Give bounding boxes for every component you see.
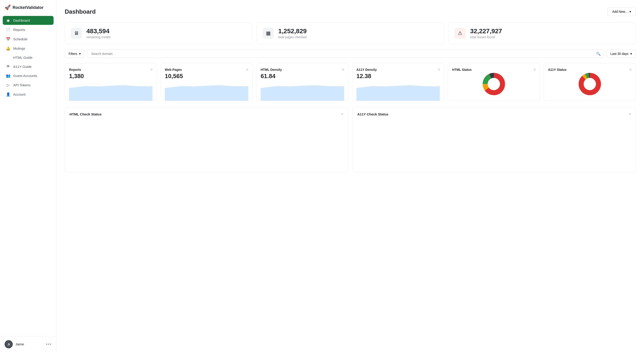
- metric-title-reports: Reports: [69, 68, 81, 71]
- issues-info: 32,227,927 total issues found: [470, 27, 502, 39]
- metric-value-a11y-density: 12.38: [356, 73, 440, 80]
- metric-title-a11y-density: A11Y Density: [356, 68, 377, 71]
- account-icon: 👤: [6, 92, 10, 96]
- metric-header-html-density: HTML Density ≡: [261, 68, 344, 72]
- dashboard-icon: ◉: [6, 18, 10, 22]
- metric-header-web-pages: Web Pages ≡: [165, 68, 248, 72]
- html-check-status-card: HTML Check Status ≡: [65, 107, 348, 172]
- add-new-chevron-icon: ▾: [630, 10, 631, 13]
- metric-menu-icon-reports[interactable]: ≡: [150, 68, 152, 72]
- metric-card-web-pages: Web Pages ≡ 10,565: [160, 63, 252, 101]
- main-content: Dashboard Add New... ▾ 🖥 483,594 remaini…: [56, 0, 644, 352]
- date-range-button[interactable]: Last 30 days ▾: [607, 50, 636, 58]
- pages-icon: ▦: [263, 28, 274, 39]
- logo: 🚀 RocketValidator: [0, 0, 56, 14]
- metric-title-a11y-status: A11Y Status: [548, 68, 566, 71]
- pages-value: 1,252,829: [278, 27, 307, 35]
- metric-card-a11y-density: A11Y Density ≡ 12.38: [352, 63, 444, 101]
- sidebar-item-html-guide[interactable]: HTML Guide: [3, 53, 54, 62]
- metric-header-reports: Reports ≡: [69, 68, 152, 72]
- reports-icon: 📄: [6, 27, 10, 32]
- metric-card-a11y-status: A11Y Status ≡: [544, 63, 636, 101]
- nav-label: A11Y Guide: [13, 65, 32, 68]
- metric-value-reports: 1,380: [69, 73, 152, 80]
- credits-info: 483,594 remaining credits: [86, 27, 111, 39]
- metric-header-a11y-density: A11Y Density ≡: [356, 68, 440, 72]
- sidebar-item-guest-accounts[interactable]: 👥Guest Accounts: [3, 71, 54, 80]
- credits-icon: 🖥: [71, 28, 82, 39]
- api-tokens-icon: ▷: [6, 83, 10, 87]
- issues-value: 32,227,927: [470, 27, 502, 35]
- nav-label: Mutings: [13, 46, 25, 50]
- more-options-icon[interactable]: •••: [46, 342, 52, 347]
- sidebar-item-schedule[interactable]: 📅Schedule: [3, 35, 54, 43]
- metric-title-html-status: HTML Status: [452, 68, 472, 71]
- sidebar-item-mutings[interactable]: 🔔Mutings: [3, 44, 54, 53]
- metric-title-html-density: HTML Density: [261, 68, 282, 71]
- nav-label: Schedule: [13, 37, 28, 41]
- metric-menu-icon-html-status[interactable]: ≡: [534, 68, 536, 72]
- logo-text: RocketValidator: [12, 5, 44, 10]
- filters-chevron-icon: ▾: [79, 52, 81, 55]
- metric-value-html-density: 61.84: [261, 73, 344, 80]
- metric-card-reports: Reports ≡ 1,380: [65, 63, 157, 101]
- nav-label: HTML Guide: [13, 55, 32, 59]
- pages-info: 1,252,829 total pages checked: [278, 27, 307, 39]
- sidebar-item-a11y-guide[interactable]: 👁A11Y Guide: [3, 62, 54, 71]
- metric-chart-a11y-density: [356, 82, 440, 101]
- pages-label: total pages checked: [278, 35, 307, 39]
- main-header: Dashboard Add New... ▾: [65, 7, 636, 16]
- metric-title-web-pages: Web Pages: [165, 68, 182, 71]
- metric-chart-html-density: [261, 82, 344, 101]
- metric-card-html-status: HTML Status ≡: [448, 63, 540, 101]
- svg-point-9: [584, 78, 596, 90]
- add-new-label: Add New...: [612, 10, 628, 13]
- metric-menu-icon-a11y-status[interactable]: ≡: [630, 68, 632, 72]
- nav-label: Account: [13, 92, 26, 96]
- stat-card-pages: ▦ 1,252,829 total pages checked: [256, 22, 444, 44]
- metric-menu-icon-a11y-density[interactable]: ≡: [438, 68, 440, 72]
- metric-header-html-status: HTML Status ≡: [452, 68, 536, 72]
- metric-chart-reports: [69, 82, 152, 101]
- filters-button[interactable]: Filters ▾: [65, 50, 84, 58]
- a11y-chart-menu-icon[interactable]: ≡: [629, 112, 631, 116]
- filters-bar: Filters ▾ 🔍 Last 30 days ▾: [65, 50, 636, 58]
- filters-label: Filters: [68, 52, 77, 55]
- html-chart-header: HTML Check Status ≡: [70, 112, 343, 116]
- a11y-chart-header: A11Y Check Status ≡: [357, 112, 631, 116]
- rocket-icon: 🚀: [4, 4, 11, 10]
- credits-value: 483,594: [86, 27, 111, 35]
- a11y-check-status-card: A11Y Check Status ≡: [352, 107, 636, 172]
- metrics-row: Reports ≡ 1,380 Web Pages ≡ 10,565 HTML …: [65, 63, 636, 101]
- sidebar: 🚀 RocketValidator ◉Dashboard📄Reports📅Sch…: [0, 0, 56, 352]
- credits-label: remaining credits: [86, 35, 111, 39]
- sidebar-item-api-tokens[interactable]: ▷API Tokens: [3, 81, 54, 89]
- search-input[interactable]: [87, 50, 604, 58]
- page-title: Dashboard: [65, 8, 96, 15]
- donut-a11y-status: [548, 73, 632, 95]
- nav-label: API Tokens: [13, 83, 30, 87]
- schedule-icon: 📅: [6, 37, 10, 41]
- user-footer[interactable]: JI Jaime •••: [0, 336, 56, 352]
- metric-value-web-pages: 10,565: [165, 73, 248, 80]
- a11y-chart-title: A11Y Check Status: [357, 112, 388, 116]
- add-new-button[interactable]: Add New... ▾: [607, 7, 636, 16]
- html-bar-chart: [70, 122, 343, 168]
- html-chart-title: HTML Check Status: [70, 112, 102, 116]
- sidebar-item-reports[interactable]: 📄Reports: [3, 25, 54, 34]
- nav-label: Reports: [13, 28, 25, 32]
- sidebar-item-dashboard[interactable]: ◉Dashboard: [3, 16, 54, 25]
- svg-point-4: [488, 78, 500, 90]
- stat-card-issues: ⚠ 32,227,927 total issues found: [448, 22, 636, 44]
- search-box: 🔍: [87, 50, 604, 58]
- metric-menu-icon-html-density[interactable]: ≡: [342, 68, 344, 72]
- search-icon: 🔍: [596, 52, 601, 56]
- stats-row: 🖥 483,594 remaining credits ▦ 1,252,829 …: [65, 22, 636, 44]
- mutings-icon: 🔔: [6, 46, 10, 50]
- sidebar-item-account[interactable]: 👤Account: [3, 90, 54, 99]
- sidebar-nav: ◉Dashboard📄Reports📅Schedule🔔MutingsHTML …: [0, 14, 56, 336]
- charts-row: HTML Check Status ≡ A11Y Check Status ≡: [65, 107, 636, 172]
- html-chart-menu-icon[interactable]: ≡: [341, 112, 343, 116]
- nav-label: Dashboard: [13, 18, 30, 22]
- metric-menu-icon-web-pages[interactable]: ≡: [246, 68, 248, 72]
